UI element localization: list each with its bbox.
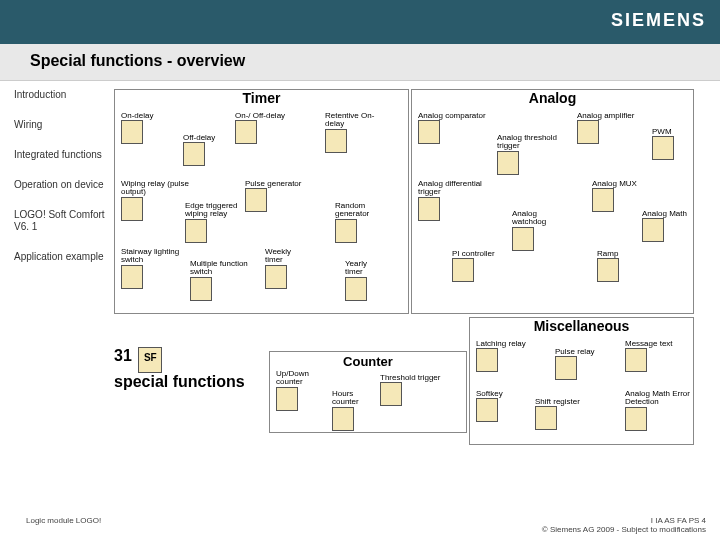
footer-right-2: © Siemens AG 2009 - Subject to modificat… [542, 525, 706, 534]
on-delay-icon [121, 120, 143, 144]
analog-watchdog-icon [512, 227, 534, 251]
fn-retentive: Retentive On-delay [325, 112, 385, 153]
fn-analog-threshold: Analog threshold trigger [497, 134, 577, 175]
hours-counter-icon [332, 407, 354, 431]
fn-analog-comparator: Analog comparator [418, 112, 486, 144]
fn-latching-relay: Latching relay [476, 340, 526, 372]
analog-comparator-icon [418, 120, 440, 144]
threshold-trigger-icon [380, 382, 402, 406]
analog-mux-icon [592, 188, 614, 212]
sidebar-item-integrated[interactable]: Integrated functions [14, 149, 106, 161]
fn-analog-math: Analog Math [642, 210, 687, 242]
fn-random-generator: Random generator [335, 202, 390, 243]
sf-number: 31 [114, 347, 132, 364]
fn-threshold-trigger: Threshold trigger [380, 374, 440, 406]
retentive-on-delay-icon [325, 129, 347, 153]
pi-controller-icon [452, 258, 474, 282]
fn-softkey: Softkey [476, 390, 503, 422]
softkey-icon [476, 398, 498, 422]
section-title-analog: Analog [412, 90, 693, 106]
section-analog: Analog Analog comparator Analog amplifie… [411, 89, 694, 314]
wiping-relay-icon [121, 197, 143, 221]
footer: Logic module LOGO! I IA AS FA PS 4 © Sie… [26, 516, 706, 534]
section-title-misc: Miscellaneous [470, 318, 693, 334]
multi-switch-icon [190, 277, 212, 301]
fn-edge-wiping: Edge triggered wiping relay [185, 202, 255, 243]
section-counter: Counter Up/Down counter Threshold trigge… [269, 351, 467, 433]
section-misc: Miscellaneous Latching relay Message tex… [469, 317, 694, 445]
special-functions-summary: 31 SF special functions [114, 347, 264, 391]
pwm-icon [652, 136, 674, 160]
fn-stairway: Stairway lighting switch [121, 248, 181, 289]
section-timer: Timer On-delay On-/ Off-delay Retentive … [114, 89, 409, 314]
fn-ramp: Ramp [597, 250, 619, 282]
yearly-timer-icon [345, 277, 367, 301]
fn-on-off-delay: On-/ Off-delay [235, 112, 285, 144]
sidebar-item-logosoft[interactable]: LOGO! Soft Comfort V6. 1 [14, 209, 106, 233]
sidebar-item-application[interactable]: Application example [14, 251, 106, 263]
content-area: Timer On-delay On-/ Off-delay Retentive … [114, 89, 706, 281]
fn-updown-counter: Up/Down counter [276, 370, 326, 411]
message-text-icon [625, 348, 647, 372]
section-title-timer: Timer [115, 90, 408, 106]
fn-on-delay: On-delay [121, 112, 153, 144]
footer-left: Logic module LOGO! [26, 516, 101, 534]
fn-message-text: Message text [625, 340, 673, 372]
edge-wiping-icon [185, 219, 207, 243]
sf-text: special functions [114, 373, 245, 391]
fn-wiping-relay: Wiping relay (pulse output) [121, 180, 191, 221]
random-generator-icon [335, 219, 357, 243]
fn-analog-watchdog: Analog watchdog [512, 210, 567, 251]
fn-analog-amplifier: Analog amplifier [577, 112, 634, 144]
sf-icon: SF [138, 347, 162, 373]
analog-math-icon [642, 218, 664, 242]
section-title-counter: Counter [270, 354, 466, 369]
fn-pwm: PWM [652, 128, 674, 160]
sidebar-item-introduction[interactable]: Introduction [14, 89, 106, 101]
analog-amplifier-icon [577, 120, 599, 144]
stairway-icon [121, 265, 143, 289]
brand-header: SIEMENS [0, 0, 720, 44]
fn-analog-mux: Analog MUX [592, 180, 642, 212]
fn-analog-math-error: Analog Math Error Detection [625, 390, 690, 431]
fn-multi-switch: Multiple function switch [190, 260, 265, 301]
footer-right-1: I IA AS FA PS 4 [542, 516, 706, 525]
ramp-icon [597, 258, 619, 282]
weekly-timer-icon [265, 265, 287, 289]
fn-hours-counter: Hours counter [332, 390, 377, 431]
fn-weekly-timer: Weekly timer [265, 248, 310, 289]
siemens-logo: SIEMENS [611, 10, 706, 31]
fn-shift-register: Shift register [535, 398, 580, 430]
pulse-relay-icon [555, 356, 577, 380]
on-off-delay-icon [235, 120, 257, 144]
latching-relay-icon [476, 348, 498, 372]
fn-pi-controller: PI controller [452, 250, 495, 282]
fn-yearly-timer: Yearly timer [345, 260, 385, 301]
sidebar-item-wiring[interactable]: Wiring [14, 119, 106, 131]
sidebar: Introduction Wiring Integrated functions… [14, 89, 114, 281]
fn-off-delay: Off-delay [183, 134, 215, 166]
updown-counter-icon [276, 387, 298, 411]
page-title: Special functions - overview [0, 44, 720, 81]
fn-analog-differential: Analog differential trigger [418, 180, 498, 221]
off-delay-icon [183, 142, 205, 166]
sidebar-item-operation[interactable]: Operation on device [14, 179, 106, 191]
analog-threshold-icon [497, 151, 519, 175]
fn-pulse-relay: Pulse relay [555, 348, 595, 380]
analog-differential-icon [418, 197, 440, 221]
analog-math-error-icon [625, 407, 647, 431]
shift-register-icon [535, 406, 557, 430]
